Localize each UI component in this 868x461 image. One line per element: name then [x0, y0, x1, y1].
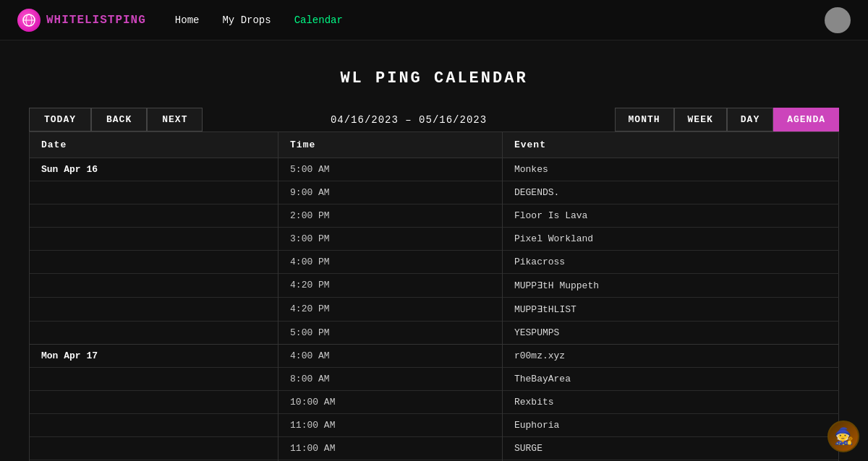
cell-event: Euphoria [502, 414, 838, 437]
table-row: 4:20 PMMUPPƎtH Muppeth [30, 274, 839, 298]
cell-time: 4:00 AM [278, 345, 503, 368]
cell-date [30, 391, 278, 414]
logo-icon [17, 9, 41, 32]
cell-event: YESPUMPS [502, 322, 838, 345]
cell-event: Floor Is Lava [502, 204, 838, 228]
cell-date: Sun Apr 16 [30, 158, 278, 181]
navbar-nav: Home My Drops Calendar [175, 14, 825, 26]
col-event: Event [502, 132, 838, 158]
table-row: 8:00 AMTheBayArea [30, 368, 839, 391]
cell-date [30, 228, 278, 251]
cell-time: 10:00 AM [278, 391, 503, 414]
cell-event: Rexbits [502, 391, 838, 414]
nav-buttons: TODAY BACK NEXT [29, 108, 203, 132]
cell-event: TheBayArea [502, 368, 838, 391]
table-row: 3:00 PMPixel Workland [30, 228, 839, 251]
main-content: WL PING CALENDAR TODAY BACK NEXT 04/16/2… [0, 40, 868, 461]
cell-date [30, 437, 278, 460]
cell-date [30, 298, 278, 322]
cell-time: 5:00 AM [278, 158, 503, 181]
navbar: WHITELISTPING Home My Drops Calendar [0, 0, 868, 40]
cell-time: 5:00 PM [278, 322, 503, 345]
date-range: 04/16/2023 – 05/16/2023 [203, 114, 614, 126]
cell-time: 4:20 PM [278, 274, 503, 298]
table-row: 4:00 PMPikacross [30, 251, 839, 274]
cell-date [30, 204, 278, 228]
cell-date [30, 181, 278, 204]
cell-time: 4:00 PM [278, 251, 503, 274]
cell-date [30, 414, 278, 437]
cell-event: SURGE [502, 437, 838, 460]
cell-date: Mon Apr 17 [30, 345, 278, 368]
cell-event: Monkes [502, 158, 838, 181]
avatar[interactable] [825, 7, 851, 33]
cell-time: 11:00 AM [278, 414, 503, 437]
nav-home[interactable]: Home [175, 14, 200, 26]
calendar-table: Date Time Event Sun Apr 165:00 AMMonkes9… [29, 132, 839, 461]
table-row: 11:00 AMEuphoria [30, 414, 839, 437]
cell-time: 8:00 AM [278, 368, 503, 391]
cell-event: r00mz.xyz [502, 345, 838, 368]
calendar-controls: TODAY BACK NEXT 04/16/2023 – 05/16/2023 … [29, 108, 839, 132]
table-row: Mon Apr 174:00 AMr00mz.xyz [30, 345, 839, 368]
table-row: 4:20 PMMUPPƎtHLIST [30, 298, 839, 322]
cell-date [30, 274, 278, 298]
table-row: Sun Apr 165:00 AMMonkes [30, 158, 839, 181]
table-row: 5:00 PMYESPUMPS [30, 322, 839, 345]
table-row: 11:00 AMSURGE [30, 437, 839, 460]
cell-event: Pikacross [502, 251, 838, 274]
cell-event: MUPPƎtH Muppeth [502, 274, 838, 298]
col-time: Time [278, 132, 503, 158]
view-buttons: MONTH WEEK DAY AGENDA [615, 108, 839, 132]
cell-date [30, 368, 278, 391]
table-row: 9:00 AMDEGENDS. [30, 181, 839, 204]
cell-date [30, 322, 278, 345]
table-row: 10:00 AMRexbits [30, 391, 839, 414]
nav-my-drops[interactable]: My Drops [222, 14, 271, 26]
cell-event: MUPPƎtHLIST [502, 298, 838, 322]
day-view-button[interactable]: DAY [727, 108, 773, 132]
logo-text: WHITELISTPING [46, 14, 146, 27]
cell-time: 11:00 AM [278, 437, 503, 460]
bottom-avatar-icon[interactable]: 🧙 [827, 421, 859, 452]
calendar-title: WL PING CALENDAR [29, 69, 839, 87]
cell-event: Pixel Workland [502, 228, 838, 251]
cell-date [30, 251, 278, 274]
agenda-view-button[interactable]: AGENDA [773, 108, 839, 132]
table-header: Date Time Event [30, 132, 839, 158]
cell-time: 2:00 PM [278, 204, 503, 228]
next-button[interactable]: NEXT [147, 108, 203, 132]
week-view-button[interactable]: WEEK [674, 108, 727, 132]
cell-time: 9:00 AM [278, 181, 503, 204]
cell-time: 3:00 PM [278, 228, 503, 251]
month-view-button[interactable]: MONTH [615, 108, 674, 132]
cell-event: DEGENDS. [502, 181, 838, 204]
nav-calendar[interactable]: Calendar [294, 14, 343, 26]
today-button[interactable]: TODAY [29, 108, 91, 132]
cell-time: 4:20 PM [278, 298, 503, 322]
col-date: Date [30, 132, 278, 158]
table-row: 2:00 PMFloor Is Lava [30, 204, 839, 228]
back-button[interactable]: BACK [91, 108, 147, 132]
logo: WHITELISTPING [17, 9, 146, 32]
